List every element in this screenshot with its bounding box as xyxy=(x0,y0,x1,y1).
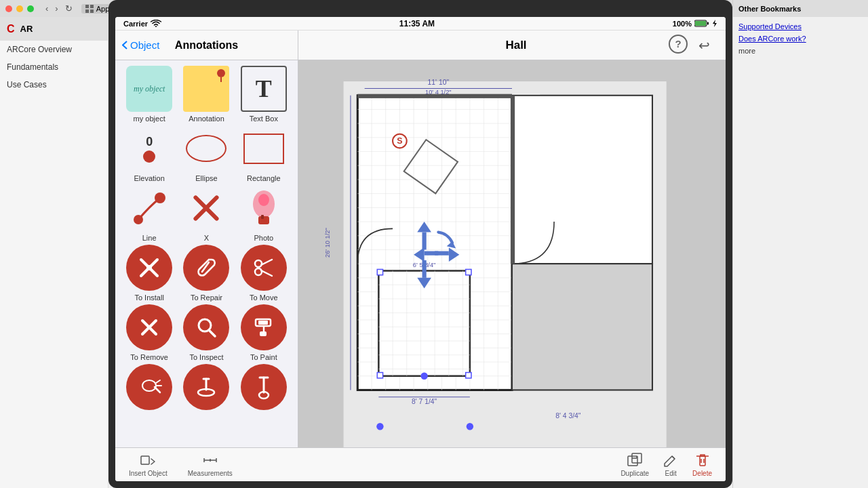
grid-item-x[interactable]: X xyxy=(179,185,233,242)
svg-marker-7 xyxy=(713,20,717,27)
left-panel: Object Annotations my object xyxy=(115,30,298,481)
svg-point-18 xyxy=(146,265,152,270)
textbox-icon: T xyxy=(241,66,287,112)
nav-forward-btn[interactable]: › xyxy=(53,3,60,14)
ext-left-sidebar: C AR ARCore Overview Fundamentals Use Ca… xyxy=(0,17,108,488)
battery-icon xyxy=(694,20,709,27)
svg-rect-31 xyxy=(260,331,267,336)
textbox-card: T xyxy=(241,66,287,112)
ext-right-sidebar-header: Other Bookmarks xyxy=(733,0,868,17)
grid-item-rectangle[interactable]: Rectangle xyxy=(237,125,291,182)
insert-object-icon xyxy=(140,452,156,468)
to-move-icon xyxy=(241,245,287,291)
ellipse-label: Ellipse xyxy=(195,174,217,182)
insert-object-btn[interactable]: Insert Object xyxy=(129,452,167,477)
ext-sidebar-item-arcore[interactable]: ARCore Overview xyxy=(0,41,108,58)
battery-pct-label: 100% xyxy=(673,20,692,28)
ext-sidebar-item-usecases[interactable]: Use Cases xyxy=(0,76,108,94)
x-shape xyxy=(186,188,226,228)
to-paint-icon xyxy=(241,304,287,350)
traffic-light-red[interactable] xyxy=(5,5,12,12)
toolbar-left: Insert Object Measurements xyxy=(115,452,620,477)
traffic-light-yellow[interactable] xyxy=(16,5,23,12)
grid-item-r6-3[interactable] xyxy=(237,364,291,413)
grid-item-r6-2[interactable] xyxy=(179,364,233,413)
svg-text:S: S xyxy=(397,136,402,146)
arcore-logo-icon: C xyxy=(7,23,15,35)
grid-item-to-paint[interactable]: To Paint xyxy=(237,304,291,361)
back-button[interactable]: Object xyxy=(122,39,159,51)
grid-item-r6-1[interactable] xyxy=(122,364,176,413)
panel-header: Object Annotations xyxy=(115,30,298,60)
delete-label: Delete xyxy=(692,470,712,477)
duplicate-btn[interactable]: Duplicate xyxy=(620,452,649,477)
charging-icon xyxy=(712,20,717,27)
grid-item-ellipse[interactable]: Ellipse xyxy=(179,125,233,182)
measurements-btn[interactable]: Measurements xyxy=(188,452,233,477)
svg-rect-94 xyxy=(377,373,382,378)
svg-rect-5 xyxy=(695,21,706,26)
svg-point-11 xyxy=(134,215,143,224)
svg-rect-117 xyxy=(511,96,515,264)
ext-right-item-more[interactable]: more xyxy=(738,47,863,55)
r6-1-icon xyxy=(126,364,172,410)
grid-item-my-object[interactable]: my object my object xyxy=(122,66,176,123)
remove-svg xyxy=(136,314,163,341)
svg-point-8 xyxy=(217,69,225,77)
svg-rect-127 xyxy=(628,456,637,466)
svg-point-121 xyxy=(376,423,383,430)
ipad-screen: Carrier 11:35 AM 100% xyxy=(115,17,726,481)
ext-sidebar-item-fundamentals[interactable]: Fundamentals xyxy=(0,58,108,76)
to-inspect-label: To Inspect xyxy=(189,353,223,361)
nav-back-btn[interactable]: ‹ xyxy=(43,3,50,14)
right-content: Hall ? ↩ xyxy=(298,30,726,481)
grid-item-line[interactable]: Line xyxy=(122,185,176,242)
insert-object-label: Insert Object xyxy=(129,470,167,477)
grid-item-to-remove[interactable]: To Remove xyxy=(122,304,176,361)
svg-point-119 xyxy=(420,373,427,380)
floor-plan-area[interactable]: 11' 10" 10' 4 1/2" 26' 10 1/2" 6' 5 3/4" xyxy=(298,60,726,481)
grid-row-1: my object my object xyxy=(121,66,292,123)
edit-btn[interactable]: Edit xyxy=(663,452,679,477)
apps-grid-icon xyxy=(85,5,94,13)
grid-item-photo[interactable]: Photo xyxy=(237,185,291,242)
svg-line-34 xyxy=(156,380,160,383)
annotation-label: Annotation xyxy=(189,115,224,123)
ext-sidebar-header: C AR xyxy=(0,17,108,41)
grid-item-textbox[interactable]: T Text Box xyxy=(237,66,291,123)
ext-right-item-does-arcore[interactable]: Does ARCore work? xyxy=(738,35,863,43)
svg-rect-105 xyxy=(422,260,427,278)
ext-sidebar-title: AR xyxy=(20,24,33,34)
grid-item-elevation[interactable]: 0 Elevation xyxy=(122,125,176,182)
undo-button[interactable]: ↩ xyxy=(693,35,715,56)
svg-line-22 xyxy=(261,260,272,265)
x-icon xyxy=(183,185,229,231)
status-bar-left: Carrier xyxy=(123,20,161,28)
grid-item-to-install[interactable]: To Install xyxy=(122,245,176,302)
grid-item-to-inspect[interactable]: To Inspect xyxy=(179,304,233,361)
install-svg xyxy=(136,254,163,281)
help-button[interactable]: ? xyxy=(669,35,688,54)
annotation-icon xyxy=(183,66,229,112)
photo-svg-icon xyxy=(246,190,281,226)
ext-right-item-supported[interactable]: Supported Devices xyxy=(738,22,863,30)
delete-btn[interactable]: Delete xyxy=(692,452,712,477)
grid-row-5: To Remove xyxy=(121,304,292,361)
measurements-label: Measurements xyxy=(188,470,233,477)
r6-3-icon xyxy=(241,364,287,410)
nav-refresh-btn[interactable]: ↻ xyxy=(63,3,75,14)
svg-point-120 xyxy=(467,423,473,430)
grid-item-to-repair[interactable]: To Repair xyxy=(179,245,233,302)
grid-item-to-move[interactable]: To Move xyxy=(237,245,291,302)
to-install-icon xyxy=(126,245,172,291)
main-area: Object Annotations my object xyxy=(115,30,726,481)
traffic-light-green[interactable] xyxy=(27,5,34,12)
svg-rect-3 xyxy=(90,9,94,13)
svg-rect-95 xyxy=(466,373,471,378)
move-svg xyxy=(250,254,277,281)
back-label: Object xyxy=(130,39,159,51)
help-icon: ? xyxy=(675,38,681,49)
edit-icon xyxy=(663,452,679,468)
grid-item-annotation[interactable]: Annotation xyxy=(179,66,233,123)
svg-point-13 xyxy=(258,194,269,206)
